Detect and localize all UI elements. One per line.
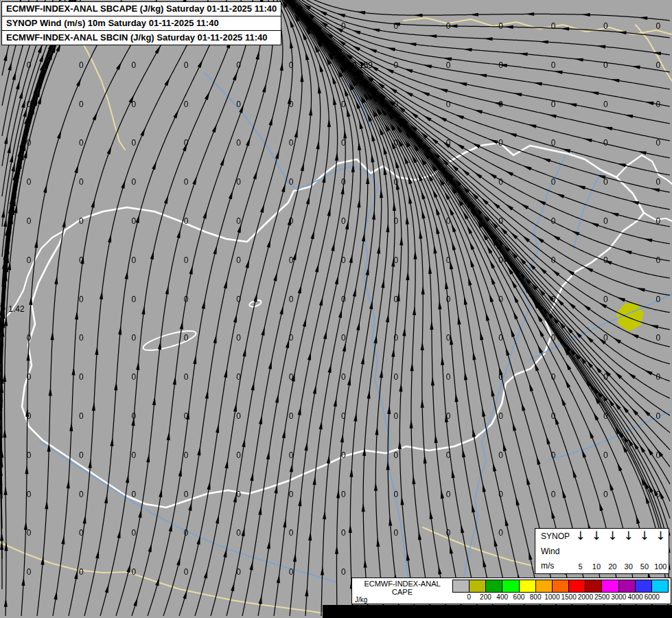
wind-speed-column: ↓5 bbox=[572, 529, 588, 573]
wind-arrow-icon: ↓ bbox=[592, 530, 601, 542]
sbcin-value-label: 0 bbox=[79, 528, 84, 538]
wind-speed-column: ↓50 bbox=[636, 529, 652, 573]
sbcin-value-label: 0 bbox=[551, 255, 556, 265]
sbcin-value-label: 0 bbox=[236, 60, 241, 70]
sbcin-value-label: 0 bbox=[184, 411, 189, 421]
sbcin-value-label: 0 bbox=[131, 490, 136, 499]
wind-speed-column: ↓30 bbox=[621, 529, 636, 573]
sbcin-value-label: 0 bbox=[341, 411, 346, 421]
wind-speed-label: 20 bbox=[608, 562, 616, 571]
cape-tick-label: 200 bbox=[480, 593, 491, 601]
sbcin-value-label: 0 bbox=[131, 255, 136, 265]
sbcin-value-label: 0 bbox=[236, 100, 241, 109]
sbcin-value-label: 0 bbox=[131, 100, 136, 109]
sbcin-value-label: 0 bbox=[27, 567, 32, 577]
sbcin-value-label: 0 bbox=[551, 411, 556, 421]
sbcin-value-label: 0 bbox=[656, 450, 660, 460]
sbcin-value-label: 0 bbox=[393, 295, 398, 304]
sbcin-value-label: 0 bbox=[446, 333, 451, 343]
sbcin-value-label: 0 bbox=[236, 528, 241, 538]
cape-color-cell bbox=[520, 580, 536, 592]
sbcin-value-label: 0 bbox=[236, 567, 241, 577]
sbcin-value-label: 0 bbox=[446, 100, 451, 109]
sbcin-value-label: 0 bbox=[27, 333, 32, 343]
sbcin-value-label: 0 bbox=[393, 177, 398, 187]
sbcin-value-label: 0 bbox=[289, 528, 294, 538]
sbcin-value-label: 0 bbox=[656, 100, 660, 109]
sbcin-value-label: 0 bbox=[79, 255, 84, 265]
sbcin-value-label: 0 bbox=[498, 177, 503, 187]
sbcin-value-label: 0 bbox=[656, 60, 660, 70]
sbcin-value-label: 0 bbox=[79, 138, 84, 148]
cape-tick-label: 6000 bbox=[645, 593, 660, 601]
sbcin-value-label: 0 bbox=[656, 177, 660, 187]
sbcin-value-label: 0 bbox=[27, 255, 32, 265]
sbcin-value-label: 0 bbox=[551, 333, 556, 343]
cape-colorbar-area: 0200400600800100015002000250030004000600… bbox=[452, 578, 671, 604]
sbcin-value-label: 0 bbox=[289, 450, 294, 460]
wind-legend-subtitle: Wind bbox=[541, 547, 571, 556]
sbcin-value-label: 0 bbox=[551, 138, 556, 148]
wind-speed-label: 50 bbox=[640, 562, 649, 571]
sbcin-value-label: 0 bbox=[446, 528, 451, 538]
cape-color-cell bbox=[536, 580, 553, 592]
sbcin-value-label: 0 bbox=[498, 490, 503, 499]
sbcin-value-label: 0 bbox=[656, 372, 660, 382]
sbcin-value-label: 0 bbox=[446, 255, 451, 265]
sbcin-value-label: 0 bbox=[341, 295, 346, 304]
sbcin-value-label: 0 bbox=[27, 528, 32, 538]
sbcin-value-label: 0 bbox=[446, 490, 451, 499]
cape-tick-label: 1500 bbox=[561, 593, 576, 601]
sbcin-value-label: 0 bbox=[289, 100, 294, 109]
sbcin-value-label: 0 bbox=[131, 295, 136, 304]
wind-arrow-icon: ↓ bbox=[656, 530, 665, 542]
sbcin-value-label: 0 bbox=[551, 216, 556, 226]
sbcin-value-label: 0 bbox=[79, 411, 84, 421]
sbcin-value-label: 0 bbox=[446, 411, 451, 421]
sbcin-value-label: 0 bbox=[236, 177, 241, 187]
sbcin-value-label: 0 bbox=[27, 177, 32, 187]
sbcin-value-label: 0 bbox=[236, 411, 241, 421]
wind-arrow-icon: ↓ bbox=[576, 530, 586, 542]
sbcin-value-label: 0 bbox=[184, 490, 189, 499]
sbcin-value-label: 0 bbox=[603, 450, 608, 460]
cape-color-cell bbox=[569, 580, 586, 592]
sbcin-value-label: 0 bbox=[289, 138, 294, 148]
wind-speed-column: ↓10 bbox=[588, 529, 604, 573]
sbcin-value-label: 0 bbox=[27, 60, 32, 70]
sbcin-value-label: 0 bbox=[341, 216, 346, 226]
sbcin-value-label: 0 bbox=[79, 295, 84, 304]
sbcin-value-label: 0 bbox=[603, 411, 608, 421]
sbcin-value-label: 0 bbox=[393, 255, 398, 265]
sbcin-value-label: 0 bbox=[184, 528, 189, 538]
sbcin-value-label: 0 bbox=[341, 372, 346, 382]
sbcin-value-label: 0 bbox=[79, 490, 84, 499]
wind-speed-label: 10 bbox=[592, 562, 601, 571]
title-line-synop-wind: SYNOP Wind (m/s) 10m Saturday 01-11-2025… bbox=[2, 16, 281, 30]
cape-tick-label: 800 bbox=[530, 593, 542, 601]
sbcin-value-label: 0 bbox=[551, 490, 556, 499]
wind-legend-scale: ↓5↓10↓20↓30↓50↓100 bbox=[572, 529, 669, 573]
cape-legend: ECMWF-INDEX-ANAL CAPE J/kg 0200400600800… bbox=[351, 577, 671, 604]
sbcin-value-label: 0 bbox=[341, 138, 346, 148]
sbcin-value-label: 0 bbox=[393, 528, 398, 538]
title-box: ECMWF-INDEX-ANAL SBCAPE (J/kg) Saturday … bbox=[1, 1, 281, 45]
wind-speed-column: ↓100 bbox=[653, 529, 669, 573]
sbcin-value-label: 0 bbox=[551, 450, 556, 460]
sbcin-value-label: 0 bbox=[236, 295, 241, 304]
sbcin-value-labels-layer: 0000000000000000000000000000000000000000… bbox=[0, 0, 672, 618]
cape-legend-unit: J/kg bbox=[355, 596, 450, 604]
cape-color-cell bbox=[502, 580, 519, 592]
sbcin-value-label: 0 bbox=[393, 216, 398, 226]
sbcin-value-label: 0 bbox=[603, 138, 608, 148]
sbcin-value-label: 0 bbox=[551, 295, 556, 304]
cape-color-cell bbox=[586, 580, 602, 592]
sbcin-value-label: 0 bbox=[498, 333, 503, 343]
sbcin-value-label: 0 bbox=[184, 567, 189, 577]
sbcin-value-label: 0 bbox=[79, 567, 84, 577]
sbcin-value-label: 0 bbox=[289, 295, 294, 304]
cape-color-cell bbox=[453, 580, 470, 592]
sbcin-value-label: 0 bbox=[79, 450, 84, 460]
sbcin-value-label: 0 bbox=[498, 216, 503, 226]
sbcin-value-label: 0 bbox=[393, 100, 398, 109]
